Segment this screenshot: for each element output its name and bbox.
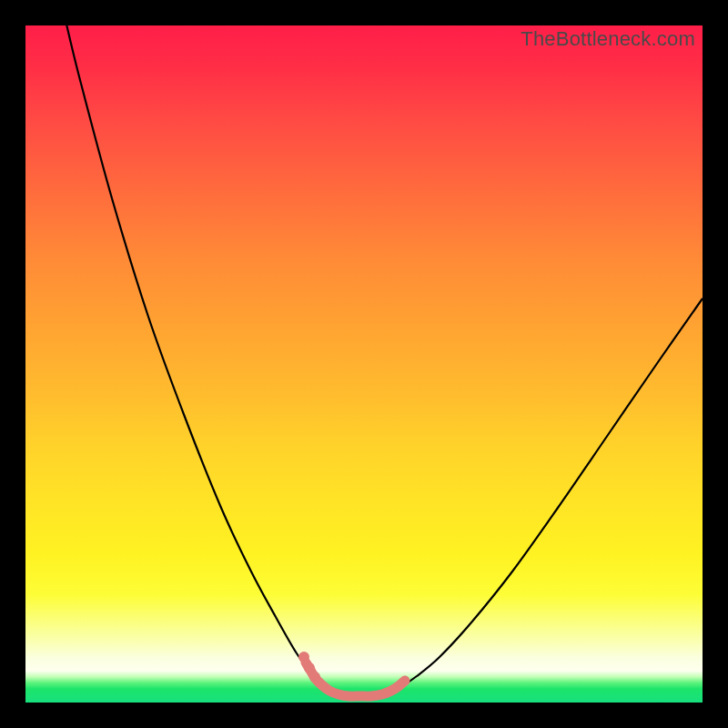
bottleneck-curve: [65, 25, 703, 696]
optimal-range-marker-dot: [298, 652, 309, 662]
optimal-range-marker-dot: [309, 672, 320, 682]
optimal-range-marker: [306, 662, 405, 696]
chart-frame: TheBottleneck.com: [25, 25, 703, 703]
optimal-range-marker-dot: [304, 662, 315, 673]
curve-layer: [65, 25, 703, 696]
chart-svg: [25, 25, 703, 703]
